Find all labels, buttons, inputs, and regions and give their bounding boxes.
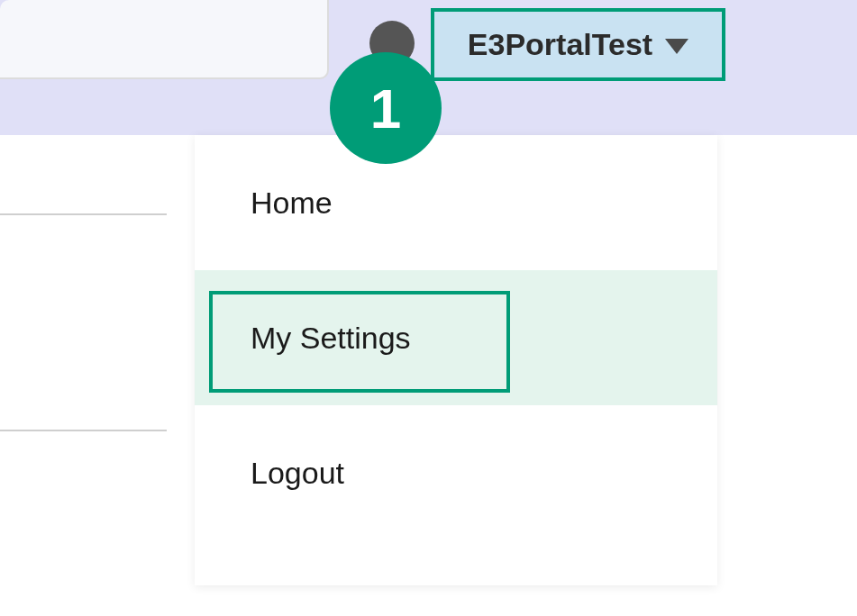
- divider-line: [0, 430, 167, 431]
- menu-item-home[interactable]: Home: [195, 135, 717, 270]
- annotation-callout: 1: [330, 52, 442, 164]
- menu-item-label: My Settings: [251, 321, 411, 356]
- search-input[interactable]: [0, 0, 329, 79]
- menu-item-label: Logout: [251, 456, 344, 491]
- menu-item-logout[interactable]: Logout: [195, 405, 717, 540]
- menu-item-my-settings[interactable]: My Settings: [195, 270, 717, 405]
- menu-item-label: Home: [251, 186, 333, 221]
- annotation-callout-number: 1: [370, 77, 401, 140]
- caret-down-icon: [665, 39, 688, 54]
- divider-line: [0, 213, 167, 215]
- user-dropdown-label: E3PortalTest: [468, 27, 652, 62]
- user-dropdown-toggle[interactable]: E3PortalTest: [431, 8, 725, 81]
- user-dropdown-menu: Home My Settings Logout: [195, 135, 717, 585]
